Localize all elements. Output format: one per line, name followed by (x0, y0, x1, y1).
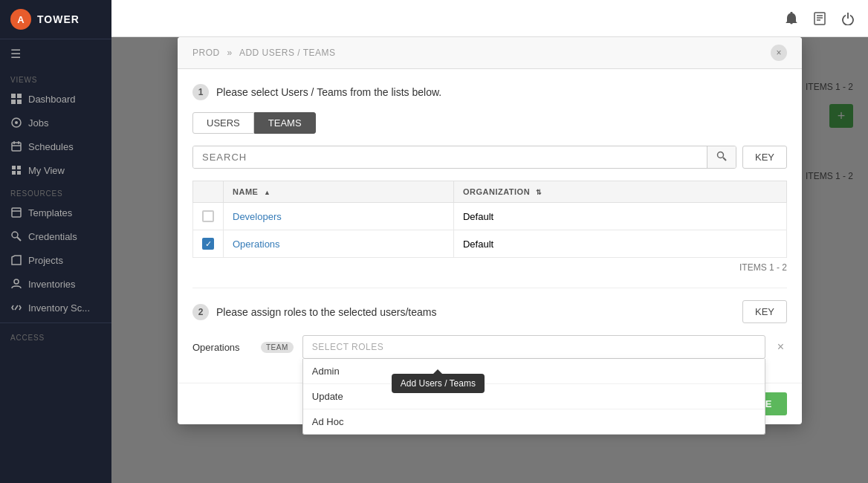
sidebar-item-projects-label: Projects (28, 255, 63, 266)
jobs-icon (10, 117, 22, 129)
step2-header: 2 Please assign roles to the selected us… (192, 300, 787, 323)
svg-point-5 (15, 121, 18, 124)
roles-select[interactable]: SELECT ROLES (302, 335, 765, 359)
credentials-icon (10, 230, 22, 242)
name-sort-icon[interactable]: ▲ (264, 189, 271, 196)
developers-checkbox-cell (193, 203, 224, 230)
access-label: ACCESS (0, 326, 111, 345)
svg-rect-0 (11, 94, 16, 98)
sidebar-item-inventory-scripts-label: Inventory Sc... (28, 302, 90, 314)
sidebar-logo: A TOWER (0, 0, 111, 39)
sidebar-item-myview-label: My View (28, 165, 65, 176)
tab-teams[interactable]: TEAMS (254, 112, 316, 134)
sidebar-item-credentials[interactable]: Credentials (0, 224, 111, 248)
roles-select-wrap: SELECT ROLES Admin Update Ad Hoc Add Use… (302, 335, 765, 359)
dropdown-item-adhoc[interactable]: Ad Hoc (303, 409, 765, 434)
sidebar-item-inventories-label: Inventories (28, 279, 76, 290)
modal-overlay: PROD » ADD USERS / TEAMS × 1 Please sele… (111, 37, 868, 483)
svg-rect-20 (814, 13, 825, 25)
developers-link[interactable]: Developers (233, 211, 282, 222)
inventory-scripts-icon (10, 302, 22, 314)
sidebar-item-dashboard[interactable]: Dashboard (0, 87, 111, 111)
step2-left: 2 Please assign roles to the selected us… (192, 304, 437, 320)
step2-section: 2 Please assign roles to the selected us… (192, 288, 787, 359)
modal-header: PROD » ADD USERS / TEAMS × (178, 37, 802, 69)
developers-org-cell: Default (453, 203, 786, 230)
sidebar-item-inventories[interactable]: Inventories (0, 272, 111, 296)
developers-name-cell: Developers (224, 203, 454, 230)
remove-button[interactable]: × (774, 340, 787, 354)
inventories-icon (10, 278, 22, 290)
sidebar-item-jobs[interactable]: Jobs (0, 111, 111, 134)
operations-name-cell: Operations (224, 230, 454, 258)
docs-icon[interactable] (812, 10, 828, 27)
sidebar-item-schedules[interactable]: Schedules (0, 134, 111, 158)
svg-line-19 (15, 305, 18, 310)
operations-org-cell: Default (453, 230, 786, 258)
dropdown-item-admin[interactable]: Admin (303, 359, 765, 384)
power-icon[interactable] (840, 10, 856, 27)
step1-text: Please select Users / Teams from the lis… (216, 86, 441, 98)
step1-number: 1 (192, 84, 209, 100)
step1-header: 1 Please select Users / Teams from the l… (192, 84, 787, 100)
operations-checkbox[interactable]: ✓ (202, 238, 214, 250)
sidebar-item-schedules-label: Schedules (28, 141, 74, 152)
items-count-label: ITEMS 1 - 2 (192, 262, 787, 273)
views-label: VIEWS (0, 68, 111, 87)
templates-icon (10, 207, 22, 218)
svg-rect-1 (17, 94, 22, 98)
th-name: NAME ▲ (224, 181, 454, 203)
table-row: Developers Default (193, 203, 787, 230)
hamburger-button[interactable]: ☰ (0, 39, 111, 68)
svg-point-16 (12, 232, 18, 238)
teams-table: NAME ▲ ORGANIZATION ⇅ (192, 181, 787, 258)
myview-icon (10, 164, 22, 176)
table-row: ✓ Operations Default (193, 230, 787, 258)
dashboard-icon (10, 93, 22, 105)
sidebar-item-projects[interactable]: Projects (0, 248, 111, 272)
sidebar-item-templates-label: Templates (28, 207, 72, 218)
breadcrumb: PROD » ADD USERS / TEAMS (192, 48, 336, 58)
operations-checkbox-cell: ✓ (193, 230, 224, 258)
step2-number: 2 (192, 304, 209, 320)
content-area: ITEMS 1 - 2 + ITEMS 1 - 2 PROD » ADD USE… (111, 37, 868, 483)
operations-link[interactable]: Operations (233, 239, 280, 250)
breadcrumb-part2: ADD USERS / TEAMS (239, 48, 336, 58)
key-button-step1[interactable]: KEY (742, 146, 787, 169)
tab-users[interactable]: USERS (192, 112, 254, 134)
svg-rect-14 (12, 208, 21, 217)
projects-icon (10, 254, 22, 266)
developers-checkbox[interactable] (202, 210, 214, 222)
modal-dialog: PROD » ADD USERS / TEAMS × 1 Please sele… (178, 37, 802, 424)
svg-rect-11 (17, 166, 21, 169)
sidebar-item-inventory-scripts[interactable]: Inventory Sc... (0, 296, 111, 320)
svg-rect-3 (17, 100, 22, 104)
svg-rect-10 (12, 166, 16, 169)
svg-rect-12 (12, 171, 16, 175)
operations-team-badge: TEAM (261, 342, 294, 353)
svg-rect-2 (11, 100, 16, 104)
sidebar-item-jobs-label: Jobs (28, 117, 48, 129)
svg-point-25 (717, 152, 723, 158)
dropdown-item-update[interactable]: Update (303, 384, 765, 409)
sidebar: A TOWER ☰ VIEWS Dashboard Jobs Schedules… (0, 0, 111, 483)
search-button[interactable] (707, 146, 736, 168)
th-organization: ORGANIZATION ⇅ (453, 181, 786, 203)
logo-text: TOWER (37, 13, 80, 25)
close-button[interactable]: × (771, 45, 787, 61)
svg-line-17 (17, 237, 21, 241)
key-button-step2[interactable]: KEY (742, 300, 787, 323)
sidebar-item-templates[interactable]: Templates (0, 201, 111, 224)
search-input[interactable] (193, 146, 707, 168)
tab-group: USERS TEAMS (192, 112, 787, 134)
modal-body: 1 Please select Users / Teams from the l… (178, 69, 802, 383)
search-input-wrap (192, 146, 736, 169)
notification-icon[interactable] (783, 10, 800, 27)
operations-team-row: Operations TEAM SELECT ROLES Admin Updat… (192, 335, 787, 359)
sidebar-item-dashboard-label: Dashboard (28, 94, 76, 105)
th-checkbox (193, 181, 224, 203)
tooltip-box: Add Users / Teams (392, 374, 485, 393)
logo-icon: A (10, 9, 31, 30)
sidebar-item-myview[interactable]: My View (0, 158, 111, 182)
org-sort-icon[interactable]: ⇅ (536, 189, 542, 196)
